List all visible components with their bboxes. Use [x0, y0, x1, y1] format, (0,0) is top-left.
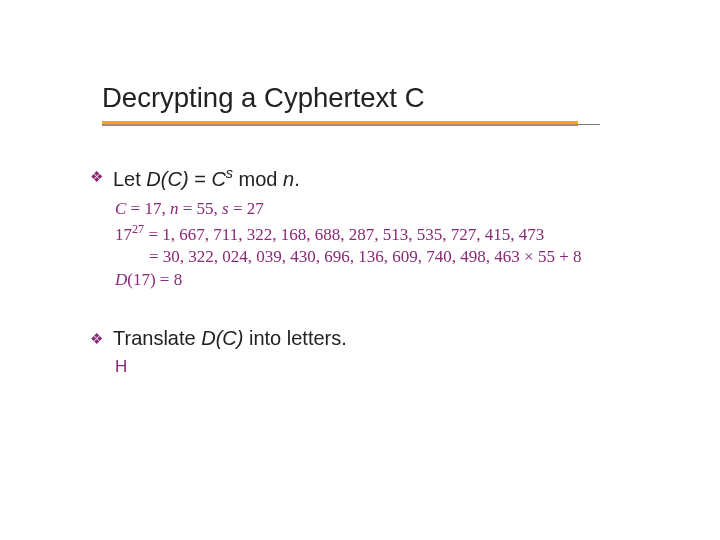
- diamond-icon: ❖: [90, 168, 103, 186]
- s2b: = 1, 667, 711, 322, 168, 688, 287, 513, …: [144, 224, 544, 243]
- b2-prefix: Translate: [113, 327, 201, 349]
- bullet-2-text: Translate D(C) into letters.: [113, 326, 347, 351]
- s2sup: 27: [132, 222, 144, 236]
- s1a: C: [115, 199, 126, 218]
- s4b: (17) = 8: [127, 270, 182, 289]
- slide-title: Decrypting a Cyphertext C: [102, 82, 578, 120]
- s2a: 17: [115, 224, 132, 243]
- s1b: = 17,: [126, 199, 170, 218]
- b1-mod: mod: [233, 168, 283, 190]
- sub-block-1: C = 17, n = 55, s = 27 1727 = 1, 667, 71…: [115, 198, 720, 292]
- content-area: ❖ Let D(C) = Cs mod n. C = 17, n = 55, s…: [90, 164, 720, 377]
- sub-line-1: C = 17, n = 55, s = 27: [115, 198, 720, 221]
- b2-suffix: into letters.: [243, 327, 346, 349]
- s1d: = 55,: [178, 199, 222, 218]
- s1f: = 27: [229, 199, 264, 218]
- b1-prefix: Let: [113, 168, 146, 190]
- bullet-1: ❖ Let D(C) = Cs mod n.: [90, 164, 720, 192]
- b1-eq: =: [189, 168, 212, 190]
- letters-result: H: [115, 357, 720, 377]
- b1-sup: s: [226, 165, 233, 181]
- b2-func: D(C): [201, 327, 243, 349]
- title-wrap: Decrypting a Cyphertext C: [102, 82, 578, 126]
- sub-line-2: 1727 = 1, 667, 711, 322, 168, 688, 287, …: [115, 221, 720, 247]
- title-underline: [102, 121, 578, 126]
- b1-period: .: [294, 168, 300, 190]
- s4a: D: [115, 270, 127, 289]
- s1e: s: [222, 199, 229, 218]
- slide: Decrypting a Cyphertext C ❖ Let D(C) = C…: [0, 0, 720, 540]
- sub-line-4: D(17) = 8: [115, 269, 720, 292]
- b1-base: C: [211, 168, 225, 190]
- diamond-icon: ❖: [90, 330, 103, 348]
- bullet-1-text: Let D(C) = Cs mod n.: [113, 164, 300, 192]
- b1-n: n: [283, 168, 294, 190]
- b1-func: D(C): [146, 168, 188, 190]
- sub-line-3: = 30, 322, 024, 039, 430, 696, 136, 609,…: [149, 246, 720, 269]
- bullet-2: ❖ Translate D(C) into letters.: [90, 326, 720, 351]
